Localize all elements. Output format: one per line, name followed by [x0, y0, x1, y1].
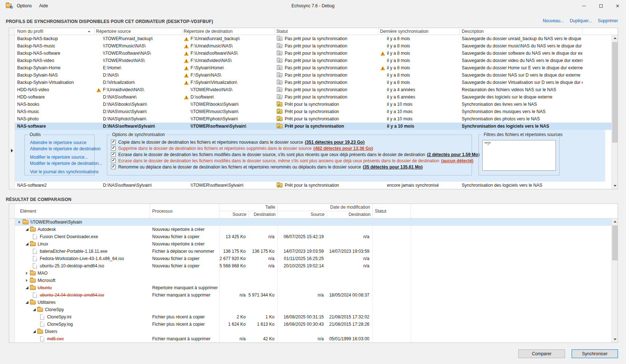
- new-profile-link[interactable]: Nouveau...: [543, 18, 564, 23]
- profile-row[interactable]: NAS-photoD:\NAS\photo\Sylvain\\\TOWER\ph…: [9, 115, 611, 123]
- collapse-icon[interactable]: [32, 307, 37, 312]
- source-filters-input[interactable]: **/*: [482, 140, 556, 171]
- column-header-destination[interactable]: Répertoire de destination: [182, 28, 275, 35]
- comparison-row[interactable]: \\TOWER\software\Sylvain: [9, 218, 611, 226]
- profile-row[interactable]: NAS-booksD:\NAS\books\Sylvain\\\TOWER\bo…: [9, 101, 611, 108]
- menu-aide[interactable]: Aide: [35, 2, 51, 10]
- scroll-up-button[interactable]: [612, 218, 618, 225]
- profile-source-cell-label: D:\Virtualization\: [103, 80, 135, 85]
- comparison-row[interactable]: CloneSpy.logFichier plus récent à copier…: [9, 321, 611, 328]
- scrollbar-thumb[interactable]: [612, 225, 618, 260]
- collapse-icon[interactable]: [24, 227, 30, 232]
- column-header-date-source[interactable]: Source: [278, 211, 327, 218]
- sync-option-checkbox[interactable]: [111, 146, 116, 151]
- comparison-row[interactable]: CloneSpy.iniFichier plus récent à copier…: [9, 313, 611, 321]
- comparison-row[interactable]: Fusion Client Downloader.exeNouveau fich…: [9, 233, 611, 240]
- profile-source-cell: D:\NAS\photo\Sylvain\: [95, 115, 182, 123]
- profile-row[interactable]: Backup-NAS-video\\TOWER\video\NAS\F:\Unr…: [9, 57, 611, 64]
- comparison-row[interactable]: balenaEtcher-Portable-1.18.11.exeFichier…: [9, 248, 611, 255]
- date-destination-cell: [327, 328, 373, 335]
- view-sync-log-link[interactable]: Voir le journal des synchronisations: [30, 169, 94, 174]
- collapse-icon[interactable]: [24, 285, 30, 290]
- maximize-button[interactable]: [592, 0, 609, 12]
- comparison-row[interactable]: Fedora-Workstation-Live-43-1.6.x86_64.is…: [9, 255, 611, 262]
- sync-option-checkbox[interactable]: [111, 152, 116, 157]
- comparison-row[interactable]: Divers: [9, 328, 611, 335]
- column-header-status[interactable]: Statut: [275, 28, 379, 35]
- profile-destination-cell-label: F:\Sylvain\Home\: [191, 65, 224, 70]
- expand-icon[interactable]: [24, 271, 30, 276]
- status-cell: [373, 335, 411, 342]
- comparison-row[interactable]: md5.exeFichier manquant à supprimern/a42…: [9, 335, 611, 342]
- synchronize-button[interactable]: Synchroniser: [572, 349, 618, 358]
- column-header-taille[interactable]: Taille: [219, 204, 277, 211]
- column-header-date[interactable]: Date de modification: [278, 204, 372, 211]
- profile-row[interactable]: HDD-NAS-videoF:\Unraid\video\NAS\\\TOWER…: [9, 86, 611, 93]
- element-cell: \\TOWER\software\Sylvain: [15, 218, 150, 226]
- comparison-row[interactable]: Microsoft: [9, 277, 611, 284]
- scrollbar-thumb[interactable]: [612, 42, 618, 143]
- minimize-button[interactable]: [576, 0, 592, 12]
- comparison-row[interactable]: AutodeskNouveau répertoire à créer: [9, 226, 611, 233]
- delete-profile-link[interactable]: Supprimer: [598, 18, 618, 23]
- comparison-scrollbar: [611, 218, 618, 342]
- duplicate-profile-link[interactable]: Dupliquer...: [570, 18, 592, 23]
- comparison-row[interactable]: CloneSpy: [9, 306, 611, 313]
- row-header-cell: [9, 35, 15, 42]
- profiles-table-header: Nom du profil Répertoire source Répertoi…: [9, 28, 618, 35]
- collapse-icon[interactable]: [24, 241, 30, 247]
- collapse-icon[interactable]: [32, 329, 37, 334]
- window-controls: ✕: [576, 0, 626, 12]
- profile-row[interactable]: NAS-software2D:\NAS\software\Sylvain\\\T…: [9, 182, 611, 189]
- column-header-statut[interactable]: Statut: [373, 204, 411, 218]
- sync-option-checkbox[interactable]: [111, 158, 116, 163]
- profile-description-cell: Sauvegarde du dossier video du NAS vers …: [460, 57, 583, 64]
- profile-row[interactable]: Backup-NAS-music\\TOWER\music\NAS\F:\Unr…: [9, 42, 611, 50]
- goto-destination-link[interactable]: Atteindre le répertoire de destination: [30, 146, 94, 151]
- goto-source-link[interactable]: Atteindre le répertoire source: [30, 140, 94, 145]
- element-cell: md5.exe: [15, 335, 150, 342]
- expand-icon[interactable]: [24, 278, 30, 283]
- close-button[interactable]: ✕: [609, 0, 626, 12]
- scroll-down-button[interactable]: [612, 183, 618, 189]
- column-header-description[interactable]: Description: [460, 28, 583, 35]
- element-label: Ubuntu: [38, 285, 52, 290]
- edit-destination-link[interactable]: Modifier le répertoire de destination...: [30, 161, 94, 166]
- column-header-date-destination[interactable]: Destination: [327, 211, 373, 218]
- warning-icon: [184, 73, 189, 78]
- profile-row[interactable]: NAS-softwareD:\NAS\software\Sylvain\\\TO…: [9, 123, 611, 130]
- column-header-element[interactable]: Elément: [15, 204, 150, 218]
- folder-icon: [37, 308, 43, 312]
- column-header-lastsync[interactable]: Dernière synchronisation: [379, 28, 460, 35]
- compare-button[interactable]: Comparer: [518, 349, 565, 358]
- comparison-row[interactable]: Utilitaires: [9, 299, 611, 306]
- menu-options[interactable]: Options: [13, 2, 35, 10]
- profile-description-cell: Sauvegarde du dossier Home sur E vers le…: [460, 64, 583, 71]
- profile-row[interactable]: Backup-Sylvain-HomeE:\Home\F:\Sylvain\Ho…: [9, 64, 611, 71]
- profile-row[interactable]: Backup-Sylvain-NASD:\NAS\F:\Sylvain\NAS\…: [9, 71, 611, 79]
- scroll-up-button[interactable]: [612, 35, 618, 41]
- profile-row[interactable]: HDD-softwareD:\NAS\software\D:\software\…: [9, 93, 611, 101]
- expand-icon[interactable]: [17, 220, 22, 225]
- column-header-taille-destination[interactable]: Destination: [249, 211, 278, 218]
- icon-slot: [380, 124, 386, 129]
- profile-row[interactable]: NAS-musicD:\NAS\music\Sylvain\\\TOWER\mu…: [9, 108, 611, 115]
- profile-row[interactable]: Backup-NAS-software\\TOWER\software\NAS\…: [9, 50, 611, 57]
- column-header-processus[interactable]: Processus: [150, 204, 219, 218]
- sync-option-checkbox[interactable]: [111, 140, 116, 144]
- profile-row[interactable]: Backup-NAS-backup\\TOWER\unraid_backup\F…: [9, 35, 611, 42]
- comparison-row[interactable]: ubuntu-25.10-desktop-amd64.isoNouveau fi…: [9, 262, 611, 270]
- collapse-icon[interactable]: [24, 300, 30, 305]
- comparison-row[interactable]: LinuxNouveau répertoire à créer: [9, 240, 611, 248]
- comparison-row[interactable]: ubuntu-24.04-desktop-amd64.isoFichier ma…: [9, 291, 611, 299]
- profile-row[interactable]: Backup-Sylvain-VirtualisationD:\Virtuali…: [9, 79, 611, 86]
- comparison-row[interactable]: UbuntuRépertoire manquant à supprimer: [9, 284, 611, 291]
- sync-option-checkbox[interactable]: [111, 164, 116, 169]
- edit-source-link[interactable]: Modifier le répertoire source...: [30, 155, 94, 160]
- comparison-row[interactable]: MAO: [9, 270, 611, 277]
- scroll-down-button[interactable]: [612, 336, 618, 342]
- column-header-taille-source[interactable]: Source: [219, 211, 249, 218]
- status-cell: [373, 262, 411, 270]
- column-header-name[interactable]: Nom du profil: [15, 28, 95, 35]
- column-header-source[interactable]: Répertoire source: [95, 28, 182, 35]
